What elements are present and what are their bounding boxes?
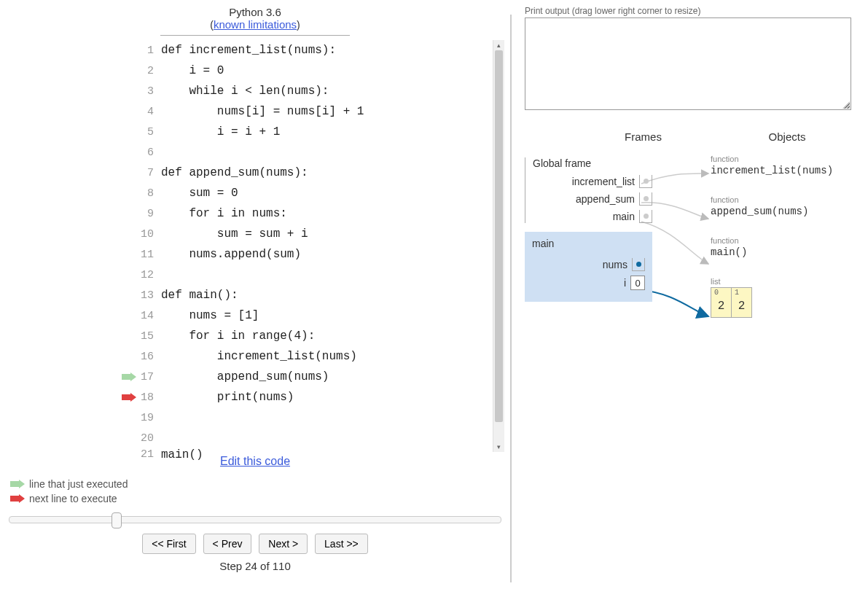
legend-next: next line to execute (10, 493, 510, 504)
code-text: i = i + 1 (161, 125, 280, 138)
line-number: 17 (139, 371, 161, 383)
code-text: while i < len(nums): (161, 85, 329, 98)
prev-arrow-icon (120, 372, 139, 381)
code-line: 14 nums = [1] (120, 305, 510, 326)
main-frame-title: main (532, 238, 652, 249)
output-label: Print output (drag lower right corner to… (525, 6, 861, 16)
code-text: sum = sum + i (161, 227, 308, 241)
prev-arrow-icon (10, 480, 25, 488)
main-frame: main nums i 0 (525, 232, 652, 302)
line-number: 2 (139, 65, 161, 77)
line-number: 7 (139, 167, 161, 179)
next-arrow-icon (10, 494, 25, 503)
code-text: increment_list(nums) (161, 350, 357, 363)
code-pane: Python 3.6 (known limitations) 1def incr… (0, 0, 510, 597)
code-line: 10 sum = sum + i (120, 224, 510, 244)
nav-controls: << First < Prev Next > Last >> (0, 534, 510, 554)
line-number: 14 (139, 310, 161, 322)
code-line: 21main() (120, 448, 510, 461)
code-line: 8 sum = 0 (120, 183, 510, 203)
frames-column: Global frame increment_list append_sum m… (525, 157, 652, 302)
scrollbar-thumb[interactable] (495, 50, 503, 422)
step-label: Step 24 of 110 (0, 560, 510, 572)
header: Python 3.6 (known limitations) (80, 6, 430, 36)
code-line: 1def increment_list(nums): (120, 40, 510, 61)
code-line: 5 i = i + 1 (120, 122, 510, 142)
code-text: def append_sum(nums): (161, 166, 308, 179)
code-line: 18 print(nums) (120, 387, 510, 407)
frames-objects-viz: Global frame increment_list append_sum m… (525, 157, 861, 376)
global-frame: Global frame increment_list append_sum m… (525, 157, 652, 223)
line-number: 8 (139, 187, 161, 200)
line-number: 1 (139, 44, 161, 57)
line-number: 5 (139, 126, 161, 138)
objects-header: Objects (732, 130, 842, 143)
viz-header-row: Frames Objects (525, 130, 861, 143)
line-number: 10 (139, 228, 161, 241)
code-text: def increment_list(nums): (161, 44, 336, 57)
code-line: 7def append_sum(nums): (120, 163, 510, 183)
code-line: 19 (120, 407, 510, 428)
header-divider (160, 35, 350, 36)
code-line: 9 for i in nums: (120, 203, 510, 224)
line-number: 9 (139, 208, 161, 220)
code-text: for i in range(4): (161, 329, 315, 343)
object-function-append-sum: function append_sum(nums) (711, 195, 833, 217)
code-line: 12 (120, 265, 510, 285)
known-limitations-link[interactable]: known limitations (214, 18, 297, 31)
legend-prev: line that just executed (10, 478, 510, 490)
code-line: 3 while i < len(nums): (120, 81, 510, 101)
object-list: list 0 1 2 2 (711, 277, 833, 318)
objects-column: function increment_list(nums) function a… (711, 155, 833, 337)
line-number: 18 (139, 391, 161, 404)
first-button[interactable]: << First (142, 534, 195, 554)
line-number: 19 (139, 412, 161, 424)
line-number: 15 (139, 330, 161, 343)
code-line: 11 nums.append(sum) (120, 244, 510, 265)
code-scrollbar[interactable] (493, 40, 504, 452)
code-text: def main(): (161, 289, 238, 302)
global-var-increment-list: increment_list (533, 175, 652, 188)
line-number: 21 (139, 448, 161, 461)
line-number: 13 (139, 289, 161, 302)
code-line: 2 i = 0 (120, 61, 510, 81)
global-frame-title: Global frame (533, 157, 652, 169)
line-number: 11 (139, 249, 161, 261)
next-button[interactable]: Next > (259, 534, 308, 554)
line-number: 3 (139, 85, 161, 98)
step-slider[interactable] (9, 516, 501, 523)
object-function-main: function main() (711, 236, 833, 258)
code-line: 13def main(): (120, 285, 510, 305)
main-var-i: i 0 (532, 276, 645, 290)
code-line: 16 increment_list(nums) (120, 346, 510, 367)
global-var-main: main (533, 210, 652, 223)
code-text: i = 0 (161, 64, 224, 77)
limitations-link-wrap: (known limitations) (80, 18, 430, 31)
code-text: for i in nums: (161, 207, 287, 220)
code-line: 6 (120, 142, 510, 163)
object-function-increment-list: function increment_list(nums) (711, 155, 833, 176)
viz-pane: Print output (drag lower right corner to… (510, 0, 868, 597)
slider-thumb[interactable] (112, 512, 122, 528)
code-text: print(nums) (161, 391, 294, 404)
code-line: 15 for i in range(4): (120, 326, 510, 346)
frames-header: Frames (590, 130, 696, 143)
line-number: 12 (139, 269, 161, 281)
line-number: 4 (139, 106, 161, 118)
svg-marker-0 (122, 372, 136, 381)
code-line: 4 nums[i] = nums[i] + 1 (120, 101, 510, 122)
prev-button[interactable]: < Prev (203, 534, 252, 554)
code-text: append_sum(nums) (161, 370, 329, 383)
code-line: 20 (120, 428, 510, 448)
print-output[interactable] (525, 17, 851, 110)
code-text: sum = 0 (161, 187, 238, 200)
code-text: nums = [1] (161, 309, 259, 322)
code-text: nums.append(sum) (161, 248, 301, 261)
line-number: 16 (139, 351, 161, 363)
code-line: 17 append_sum(nums) (120, 367, 510, 387)
last-button[interactable]: Last >> (315, 534, 368, 554)
legend: line that just executed next line to exe… (10, 478, 510, 504)
svg-marker-1 (122, 393, 136, 402)
code-text: main() (161, 448, 203, 461)
svg-marker-2 (10, 480, 25, 488)
